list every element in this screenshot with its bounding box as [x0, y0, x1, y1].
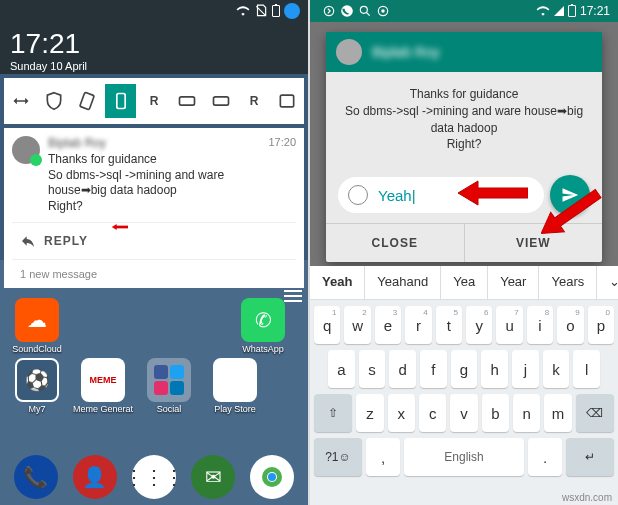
reply-button[interactable]: REPLY	[12, 222, 296, 259]
watermark: wsxdn.com	[562, 492, 612, 503]
app-meme[interactable]: MEMEMeme Generat	[72, 358, 134, 414]
key-shift[interactable]: ⇧	[314, 394, 352, 432]
key-b[interactable]: b	[482, 394, 509, 432]
app-soundcloud[interactable]: ☁SoundCloud	[6, 298, 68, 354]
message-count: 1 new message	[12, 259, 296, 288]
key-g[interactable]: g	[451, 350, 478, 388]
popup-header: Biplab Roy	[326, 32, 602, 72]
portrait-icon[interactable]	[105, 84, 136, 118]
key-q[interactable]: q1	[314, 306, 340, 344]
popup-line-1: Thanks for guidance	[344, 86, 584, 103]
key-y[interactable]: y6	[466, 306, 492, 344]
emoji-icon[interactable]	[348, 185, 368, 205]
r-badge-icon[interactable]: R	[138, 84, 169, 118]
dock-messages[interactable]: ✉	[191, 455, 235, 499]
popup-message: Thanks for guidance So dbms->sql ->minin…	[326, 72, 602, 167]
landscape-icon[interactable]	[205, 84, 236, 118]
app-play-store[interactable]: ▶Play Store	[204, 358, 266, 414]
key-h[interactable]: h	[481, 350, 508, 388]
key-symbols[interactable]: ?1☺	[314, 438, 362, 476]
key-e[interactable]: e3	[375, 306, 401, 344]
popup-avatar	[336, 39, 362, 65]
wifi-icon	[236, 4, 250, 18]
key-m[interactable]: m	[544, 394, 571, 432]
keyboard: q1w2e3r4t5y6u7i8o9p0 asdfghjkl ⇧zxcvbnm⌫…	[310, 300, 618, 505]
view-button[interactable]: VIEW	[465, 224, 603, 262]
key-d[interactable]: d	[389, 350, 416, 388]
key-comma[interactable]: ,	[366, 438, 400, 476]
reply-label: REPLY	[44, 234, 88, 248]
key-p[interactable]: p0	[588, 306, 614, 344]
sugg-4[interactable]: Years	[539, 266, 597, 299]
whatsapp-notification[interactable]: Biplab Roy Thanks for guidance So dbms->…	[4, 128, 304, 288]
notif-line-1: Thanks for guidance	[48, 152, 268, 168]
signal-icon	[554, 6, 564, 16]
user-avatar-icon[interactable]	[284, 3, 300, 19]
key-j[interactable]: j	[512, 350, 539, 388]
sender-avatar	[12, 136, 40, 164]
shield-icon[interactable]	[38, 84, 69, 118]
key-dot[interactable]: .	[528, 438, 562, 476]
key-f[interactable]: f	[420, 350, 447, 388]
quick-reply-popup: Biplab Roy Thanks for guidance So dbms->…	[326, 32, 602, 262]
clock-time: 17:21	[10, 28, 298, 60]
key-u[interactable]: u7	[496, 306, 522, 344]
lock-header: 17:21 Sunday 10 April	[0, 22, 308, 74]
dock-chrome[interactable]	[250, 455, 294, 499]
svg-point-10	[360, 6, 367, 13]
dock-phone[interactable]: 📞	[14, 455, 58, 499]
rotate-icon[interactable]	[5, 84, 36, 118]
key-space[interactable]: English	[404, 438, 524, 476]
key-a[interactable]: a	[328, 350, 355, 388]
key-s[interactable]: s	[359, 350, 386, 388]
app-whatsapp[interactable]: ✆WhatsApp	[232, 298, 294, 354]
reply-icon	[20, 233, 36, 249]
dock-apps-icon[interactable]: ⋮⋮⋮	[132, 455, 176, 499]
key-r[interactable]: r4	[405, 306, 431, 344]
key-i[interactable]: i8	[527, 306, 553, 344]
rotate-off-icon[interactable]	[72, 84, 103, 118]
svg-point-8	[324, 6, 333, 15]
key-l[interactable]: l	[573, 350, 600, 388]
popup-sender: Biplab Roy	[372, 44, 440, 60]
key-x[interactable]: x	[388, 394, 415, 432]
whatsapp-icon	[340, 4, 354, 18]
search-icon[interactable]	[358, 4, 372, 18]
key-backspace[interactable]: ⌫	[576, 394, 614, 432]
record-icon[interactable]	[376, 4, 390, 18]
sugg-2[interactable]: Yea	[441, 266, 488, 299]
pointer-arrow-1	[112, 219, 136, 239]
key-v[interactable]: v	[450, 394, 477, 432]
key-o[interactable]: o9	[557, 306, 583, 344]
key-n[interactable]: n	[513, 394, 540, 432]
svg-rect-4	[281, 95, 294, 107]
key-w[interactable]: w2	[344, 306, 370, 344]
close-button[interactable]: CLOSE	[326, 224, 465, 262]
rotate2-icon[interactable]	[172, 84, 203, 118]
lock-screen: 17:21 Sunday 10 April R R Biplab Roy Tha…	[0, 0, 308, 505]
app-social-folder[interactable]: Social	[138, 358, 200, 414]
expand-sugg-icon[interactable]: ⌄	[597, 266, 618, 299]
key-z[interactable]: z	[356, 394, 383, 432]
sugg-1[interactable]: Yeahand	[365, 266, 441, 299]
sugg-3[interactable]: Year	[488, 266, 539, 299]
reply-input-text: Yeah	[378, 187, 416, 204]
popup-line-3: Right?	[344, 136, 584, 153]
key-t[interactable]: t5	[436, 306, 462, 344]
tablet-icon[interactable]	[272, 84, 303, 118]
dock-contacts[interactable]: 👤	[73, 455, 117, 499]
sugg-0[interactable]: Yeah	[310, 266, 365, 299]
notif-line-3: Right?	[48, 199, 268, 215]
r-badge2-icon[interactable]: R	[238, 84, 269, 118]
back-icon[interactable]	[322, 4, 336, 18]
svg-rect-3	[213, 97, 228, 105]
notif-line-2: So dbms->sql ->mining and ware house➡big…	[48, 168, 268, 199]
home-apps: ☁SoundCloud ✆WhatsApp ⚽My7 MEMEMeme Gene…	[0, 288, 308, 424]
battery-icon	[272, 5, 280, 17]
key-enter[interactable]: ↵	[566, 438, 614, 476]
expand-notif-icon[interactable]	[284, 290, 302, 302]
key-c[interactable]: c	[419, 394, 446, 432]
app-my7[interactable]: ⚽My7	[6, 358, 68, 414]
reply-popup-screen: 17:21 Biplab Roy Thanks for guidance So …	[310, 0, 618, 505]
key-k[interactable]: k	[543, 350, 570, 388]
